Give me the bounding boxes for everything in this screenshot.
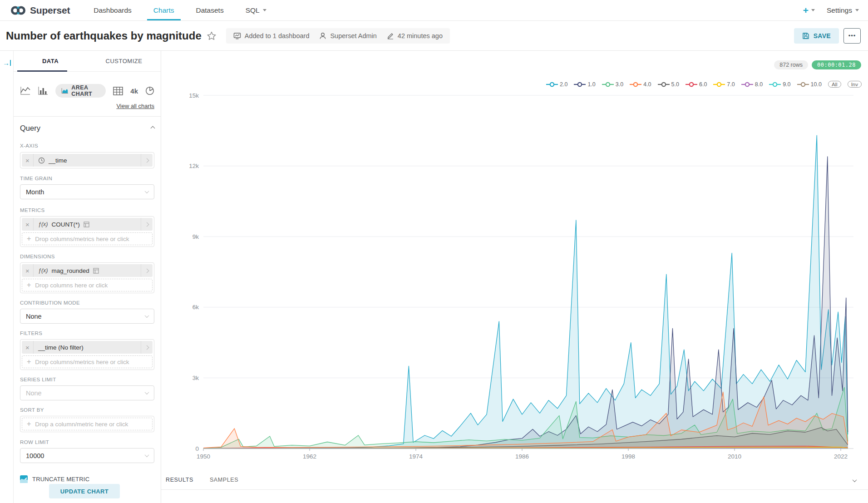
update-chart-button[interactable]: UPDATE CHART xyxy=(49,484,120,498)
sort-by-dropzone[interactable]: +Drop a column/metric here or click xyxy=(22,418,153,430)
floppy-icon xyxy=(802,32,809,39)
legend-item-2.0[interactable]: 2.0 xyxy=(546,81,567,88)
remove-icon[interactable]: × xyxy=(22,154,34,167)
query-timer-badge: 00:00:01.28 xyxy=(812,60,861,69)
table-icon[interactable] xyxy=(113,87,123,95)
nav-dashboards[interactable]: Dashboards xyxy=(83,0,143,20)
chevron-down-icon xyxy=(145,313,149,318)
legend-item-8.0[interactable]: 8.0 xyxy=(741,81,763,88)
metrics-dropzone[interactable]: +Drop columns/metrics here or click xyxy=(22,232,153,245)
big-number-icon[interactable]: 4k xyxy=(130,87,138,95)
chevron-up-icon[interactable] xyxy=(151,126,155,130)
tab-customize[interactable]: CUSTOMIZE xyxy=(87,51,161,71)
legend-all-button[interactable]: All xyxy=(828,81,841,88)
series-limit-label: SERIES LIMIT xyxy=(20,377,154,383)
tab-results[interactable]: RESULTS xyxy=(166,477,193,483)
truncate-metric-label: TRUNCATE METRIC xyxy=(32,476,89,483)
new-item-button[interactable]: + xyxy=(803,5,815,16)
x-axis-tick: 1998 xyxy=(621,453,635,460)
y-axis-tick: 3k xyxy=(192,375,199,381)
nav-sql[interactable]: SQL xyxy=(235,0,277,20)
dimension-pill[interactable]: × ƒ(x)mag_rounded xyxy=(22,264,153,277)
nav-datasets[interactable]: Datasets xyxy=(185,0,235,20)
y-axis-tick: 9k xyxy=(192,233,199,240)
area-chart-plot[interactable]: 15k12k9k6k3k0195019621974198619982010202… xyxy=(161,51,868,468)
save-button[interactable]: SAVE xyxy=(794,28,839,44)
chart-metadata: Added to 1 dashboard Superset Admin 42 m… xyxy=(226,28,450,44)
favorite-button[interactable] xyxy=(207,31,216,40)
legend-marker-icon xyxy=(574,82,586,87)
legend-item-1.0[interactable]: 1.0 xyxy=(574,81,595,88)
filters-dropzone[interactable]: +Drop columns/metrics here or click xyxy=(22,355,153,368)
added-to-dashboard[interactable]: Added to 1 dashboard xyxy=(233,32,310,39)
y-axis-tick: 6k xyxy=(192,304,199,311)
expand-icon[interactable] xyxy=(141,154,153,167)
legend-inv-button[interactable]: Inv xyxy=(848,81,862,88)
pie-chart-icon[interactable] xyxy=(145,86,154,95)
dashboard-icon xyxy=(233,32,241,39)
metrics-label: METRICS xyxy=(20,207,154,214)
chevron-down-icon xyxy=(145,390,149,395)
legend-item-5.0[interactable]: 5.0 xyxy=(658,81,679,88)
chart-legend: 2.0 1.0 3.0 4.0 5.0 6.0 7.0 8.0 9.0 10.0… xyxy=(546,81,862,88)
xaxis-pill[interactable]: × __time xyxy=(22,154,153,167)
collapse-results-icon[interactable] xyxy=(853,476,856,484)
remove-icon[interactable]: × xyxy=(22,341,34,354)
filters-control: × __time (No filter) +Drop columns/metri… xyxy=(20,339,154,370)
expand-icon[interactable] xyxy=(141,341,153,354)
bar-chart-icon[interactable] xyxy=(38,86,48,95)
metric-pill[interactable]: × ƒ(x)COUNT(*) xyxy=(22,218,153,231)
panel-collapse-strip: → xyxy=(0,51,14,503)
filter-pill[interactable]: × __time (No filter) xyxy=(22,341,153,354)
line-chart-icon[interactable] xyxy=(20,86,30,95)
legend-item-10.0[interactable]: 10.0 xyxy=(797,81,822,88)
x-axis-tick: 1986 xyxy=(515,453,529,460)
contribution-mode-select[interactable]: None xyxy=(20,309,154,324)
clock-icon xyxy=(38,157,45,164)
expand-icon[interactable] xyxy=(141,218,153,231)
query-section-header[interactable]: Query xyxy=(20,122,154,134)
query-section-title: Query xyxy=(20,124,40,133)
tab-samples[interactable]: SAMPLES xyxy=(210,477,238,483)
superset-logo[interactable]: Superset xyxy=(0,5,83,16)
x-axis-tick: 1974 xyxy=(409,453,423,460)
legend-marker-icon xyxy=(713,82,725,87)
remove-icon[interactable]: × xyxy=(22,264,34,277)
pencil-icon xyxy=(387,32,394,39)
series-limit-select[interactable]: None xyxy=(20,385,154,400)
chart-container: 15k12k9k6k3k0195019621974198619982010202… xyxy=(161,51,868,503)
dimensions-label: DIMENSIONS xyxy=(20,254,154,260)
area-chart-icon xyxy=(61,87,68,95)
row-limit-select[interactable]: 10000 xyxy=(20,448,154,463)
area-chart-button[interactable]: AREA CHART xyxy=(55,84,106,98)
nav-charts[interactable]: Charts xyxy=(143,0,185,20)
dataset-column-icon xyxy=(84,222,89,227)
legend-item-6.0[interactable]: 6.0 xyxy=(686,81,707,88)
y-axis-tick: 0 xyxy=(195,445,199,452)
legend-item-7.0[interactable]: 7.0 xyxy=(713,81,735,88)
time-grain-select[interactable]: Month xyxy=(20,184,154,199)
remove-icon[interactable]: × xyxy=(22,218,34,231)
settings-menu[interactable]: Settings xyxy=(827,6,859,15)
legend-item-9.0[interactable]: 9.0 xyxy=(769,81,790,88)
row-count-badge: 872 rows xyxy=(774,60,808,69)
legend-item-4.0[interactable]: 4.0 xyxy=(630,81,651,88)
dimensions-control: × ƒ(x)mag_rounded +Drop columns here or … xyxy=(20,262,154,293)
tab-data[interactable]: DATA xyxy=(14,51,87,71)
legend-item-3.0[interactable]: 3.0 xyxy=(602,81,623,88)
viz-type-row: AREA CHART 4k xyxy=(20,84,154,97)
more-actions-button[interactable]: ••• xyxy=(843,28,861,44)
page-title[interactable]: Number of earthquakes by magnitude xyxy=(6,30,202,42)
collapse-panel-icon[interactable]: → xyxy=(3,59,11,67)
view-all-charts-link[interactable]: View all charts xyxy=(116,103,154,109)
divider xyxy=(161,489,868,490)
dataset-column-icon xyxy=(93,268,99,274)
row-limit-label: ROW LIMIT xyxy=(20,439,154,446)
panel-tabs: DATA CUSTOMIZE xyxy=(14,51,161,72)
dimensions-dropzone[interactable]: +Drop columns here or click xyxy=(22,279,153,291)
expand-icon[interactable] xyxy=(141,264,153,277)
main-navbar: Superset Dashboards Charts Datasets SQL … xyxy=(0,0,868,21)
brand-name: Superset xyxy=(30,5,70,16)
star-icon xyxy=(207,31,216,40)
results-panel: RESULTS SAMPLES xyxy=(161,471,868,503)
